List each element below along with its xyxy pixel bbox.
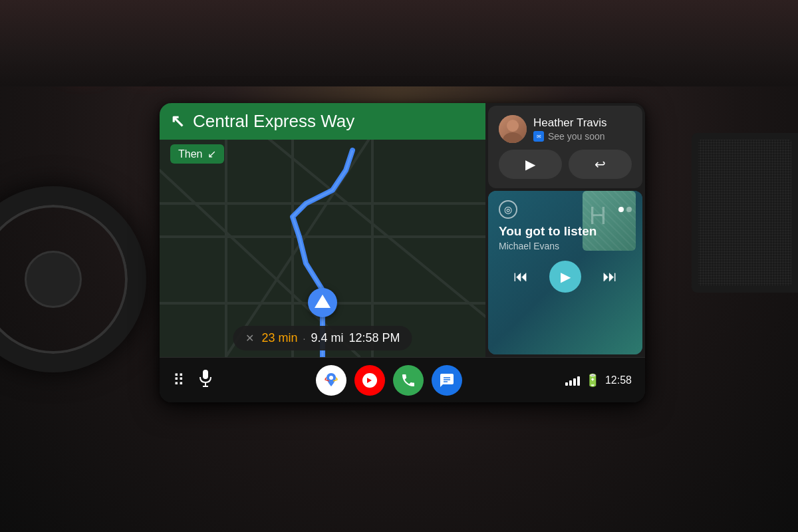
nav-header: ↖ Central Express Way — [160, 103, 485, 140]
play-message-button[interactable]: ▶ — [499, 150, 562, 179]
signal-bar-4 — [577, 376, 580, 386]
reply-message-button[interactable]: ↩ — [569, 150, 632, 179]
nav-position-indicator — [308, 288, 337, 317]
messages-app-icon: ✉ — [533, 131, 544, 142]
track-title: You got to listen — [499, 224, 632, 239]
taskbar: ⠿ — [160, 357, 645, 402]
nav-arrow-icon — [308, 288, 337, 317]
sender-name: Heather Travis — [533, 116, 632, 130]
youtube-music-button[interactable] — [354, 365, 385, 396]
dot-1 — [618, 207, 624, 212]
nav-then-instruction: Then ↙ — [170, 144, 224, 164]
svg-text:✉: ✉ — [537, 134, 541, 140]
eta-distance: 9.4 mi — [311, 331, 343, 345]
battery-icon: 🔋 — [585, 373, 600, 388]
taskbar-right: 🔋 12:58 — [565, 373, 632, 388]
eta-separator-1: · — [303, 333, 306, 344]
svg-point-10 — [507, 120, 519, 132]
next-track-button[interactable]: ⏭ — [595, 265, 625, 288]
eta-bar[interactable]: ✕ 23 min · 9.4 mi 12:58 PM — [233, 326, 412, 350]
nav-street-name: Central Express Way — [193, 111, 475, 132]
music-progress-dots — [618, 207, 632, 212]
message-card: Heather Travis ✉ See you soon — [488, 106, 642, 188]
speaker-grille — [692, 133, 798, 293]
eta-time: 23 min — [262, 331, 298, 345]
previous-track-button[interactable]: ⏮ — [505, 265, 536, 288]
map-area[interactable]: ↖ Central Express Way Then ↙ ✕ 23 min · — [160, 103, 485, 357]
status-time: 12:58 — [605, 374, 632, 386]
android-auto-screen: ↖ Central Express Way Then ↙ ✕ 23 min · — [160, 103, 645, 402]
phone-button[interactable] — [393, 365, 424, 396]
message-metadata: Heather Travis ✉ See you soon — [533, 116, 632, 142]
right-panel: Heather Travis ✉ See you soon — [485, 103, 645, 357]
svg-rect-15 — [203, 370, 208, 379]
eta-close-icon[interactable]: ✕ — [245, 332, 254, 344]
taskbar-left: ⠿ — [173, 369, 213, 392]
play-pause-button[interactable]: ▶ — [549, 261, 581, 293]
music-controls: ⏮ ▶ ⏭ — [499, 261, 632, 293]
grid-apps-button[interactable]: ⠿ — [173, 371, 185, 390]
turn-arrow-icon: ↖ — [170, 111, 185, 132]
signal-strength-icon — [565, 375, 580, 386]
map-svg — [160, 103, 485, 357]
signal-bar-1 — [565, 382, 568, 386]
taskbar-center — [213, 365, 565, 396]
svg-point-11 — [503, 132, 523, 143]
music-card: H ◎ You got to listen Michael Evans ⏮ — [488, 191, 642, 354]
then-arrow-icon: ↙ — [207, 148, 216, 160]
eta-arrival: 12:58 PM — [348, 331, 400, 345]
music-service-icon: ◎ — [499, 200, 517, 219]
signal-bar-2 — [569, 380, 572, 386]
maps-app-button[interactable] — [316, 365, 346, 396]
messages-button[interactable] — [432, 365, 462, 396]
dot-2 — [626, 207, 632, 212]
microphone-button[interactable] — [198, 369, 213, 392]
signal-bar-3 — [573, 378, 576, 386]
then-label: Then — [178, 148, 202, 160]
svg-point-18 — [329, 376, 333, 380]
track-artist: Michael Evans — [499, 241, 632, 251]
message-preview: See you soon — [548, 131, 605, 142]
contact-avatar — [499, 115, 527, 143]
dashboard-top — [0, 0, 798, 86]
message-actions: ▶ ↩ — [499, 150, 632, 179]
